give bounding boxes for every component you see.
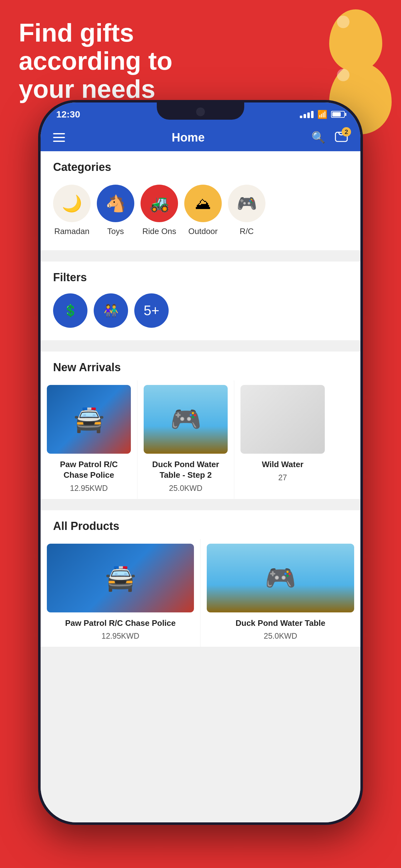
- all-duck-pond-img: [207, 544, 354, 612]
- paw-patrol-img: [47, 385, 131, 454]
- product-card-duck-pond[interactable]: Duck Pond Water Table - Step 2 25.0KWD: [137, 380, 234, 499]
- wifi-icon: 📶: [317, 110, 327, 119]
- product-card-paw-patrol[interactable]: Paw Patrol R/C Chase Police 12.95KWD: [41, 380, 137, 499]
- category-label-rc: R/C: [240, 226, 254, 236]
- product-image-wild-water: [240, 385, 325, 454]
- front-camera: [196, 107, 205, 116]
- cart-button[interactable]: 2: [335, 130, 348, 145]
- menu-button[interactable]: [53, 133, 65, 142]
- category-label-outdoor: Outdoor: [188, 226, 218, 236]
- ramadan-icon: 🌙: [62, 194, 82, 213]
- categories-section: Categories 🌙 Ramadan 🐴 Toys: [41, 151, 360, 250]
- filters-title: Filters: [41, 261, 360, 290]
- all-paw-patrol-img: [47, 544, 194, 612]
- product-price-paw-patrol: 12.95KWD: [47, 484, 131, 493]
- signal-icon: [300, 111, 313, 118]
- phone-screen: 12:30 📶: [41, 102, 360, 823]
- signal-bar-2: [304, 114, 306, 118]
- category-item-toys[interactable]: 🐴 Toys: [97, 185, 134, 236]
- category-item-ramadan[interactable]: 🌙 Ramadan: [53, 185, 91, 236]
- filters-section: Filters 💲 👫 5+: [41, 261, 360, 340]
- price-icon: 💲: [63, 304, 78, 317]
- all-product-image-1: [47, 544, 194, 612]
- wild-water-img: [240, 385, 325, 454]
- phone-frame: 12:30 📶: [38, 100, 363, 825]
- hamburger-line-3: [53, 141, 65, 142]
- all-product-price-1: 12.95KWD: [47, 631, 194, 641]
- all-product-name-2: Duck Pond Water Table: [207, 618, 354, 629]
- category-circle-ramadan: 🌙: [53, 185, 91, 222]
- cart-badge: 2: [342, 127, 351, 136]
- product-image-paw-patrol: [47, 385, 131, 454]
- background-headline: Find gifts according to your needs: [19, 19, 200, 103]
- product-name-duck-pond: Duck Pond Water Table - Step 2: [144, 459, 228, 480]
- balloon-1-icon: [329, 9, 382, 72]
- all-products-section: All Products Paw Patrol R/C Chase Police…: [41, 510, 360, 647]
- product-price-duck-pond: 25.0KWD: [144, 484, 228, 493]
- category-circle-ride-ons: 🚜: [140, 185, 178, 222]
- category-label-ramadan: Ramadan: [54, 226, 90, 236]
- filter-price-button[interactable]: 💲: [53, 293, 88, 328]
- navbar: Home 🔍 2: [41, 124, 360, 151]
- categories-title: Categories: [41, 151, 360, 180]
- gap-2: [41, 340, 360, 346]
- product-name-wild-water: Wild Water: [240, 459, 325, 470]
- status-time: 12:30: [56, 106, 80, 120]
- status-icons: 📶: [300, 107, 345, 119]
- outdoor-icon: ⛰: [195, 194, 211, 213]
- category-item-outdoor[interactable]: ⛰ Outdoor: [184, 185, 222, 236]
- product-price-wild-water: 27: [240, 473, 325, 482]
- gap-1: [41, 250, 360, 256]
- filters-scroll: 💲 👫 5+: [41, 290, 360, 333]
- hamburger-line-2: [53, 137, 65, 138]
- all-product-image-2: [207, 544, 354, 612]
- search-button[interactable]: 🔍: [311, 131, 326, 144]
- signal-bar-3: [307, 113, 310, 118]
- navbar-title: Home: [172, 131, 205, 144]
- content-area: Categories 🌙 Ramadan 🐴 Toys: [41, 151, 360, 823]
- category-item-ride-ons[interactable]: 🚜 Ride Ons: [140, 185, 178, 236]
- gap-3: [41, 499, 360, 505]
- toys-icon: 🐴: [106, 194, 126, 213]
- ride-ons-icon: 🚜: [149, 194, 170, 213]
- new-arrivals-title: New Arrivals: [41, 351, 360, 380]
- categories-scroll: 🌙 Ramadan 🐴 Toys 🚜: [41, 180, 360, 244]
- category-item-rc[interactable]: 🎮 R/C: [228, 185, 265, 236]
- battery-icon: [331, 111, 345, 118]
- rc-icon: 🎮: [237, 194, 257, 213]
- all-product-price-2: 25.0KWD: [207, 631, 354, 641]
- battery-fill: [332, 112, 341, 117]
- category-circle-toys: 🐴: [97, 185, 134, 222]
- all-products-title: All Products: [41, 510, 360, 539]
- signal-bar-4: [311, 111, 313, 118]
- new-arrivals-section: New Arrivals Paw Patrol R/C Chase Police…: [41, 351, 360, 499]
- category-label-ride-ons: Ride Ons: [142, 226, 176, 236]
- product-image-duck-pond: [144, 385, 228, 454]
- product-card-wild-water[interactable]: Wild Water 27: [234, 380, 331, 499]
- new-arrivals-scroll: Paw Patrol R/C Chase Police 12.95KWD Duc…: [41, 380, 360, 499]
- all-product-card-2[interactable]: Duck Pond Water Table 25.0KWD: [201, 539, 360, 647]
- all-product-name-1: Paw Patrol R/C Chase Police: [47, 618, 194, 629]
- filter-age-button[interactable]: 👫: [94, 293, 128, 328]
- phone-notch: [157, 102, 244, 120]
- all-products-grid: Paw Patrol R/C Chase Police 12.95KWD Duc…: [41, 539, 360, 647]
- category-circle-outdoor: ⛰: [184, 185, 222, 222]
- category-circle-rc: 🎮: [228, 185, 265, 222]
- category-label-toys: Toys: [107, 226, 124, 236]
- hamburger-line-1: [53, 133, 65, 134]
- age-plus-label: 5+: [144, 303, 159, 318]
- product-name-paw-patrol: Paw Patrol R/C Chase Police: [47, 459, 131, 480]
- duck-pond-img: [144, 385, 228, 454]
- filter-age-plus-button[interactable]: 5+: [134, 293, 169, 328]
- signal-bar-1: [300, 116, 302, 118]
- age-icon: 👫: [104, 304, 119, 317]
- navbar-actions: 🔍 2: [311, 130, 348, 145]
- all-product-card-1[interactable]: Paw Patrol R/C Chase Police 12.95KWD: [41, 539, 201, 647]
